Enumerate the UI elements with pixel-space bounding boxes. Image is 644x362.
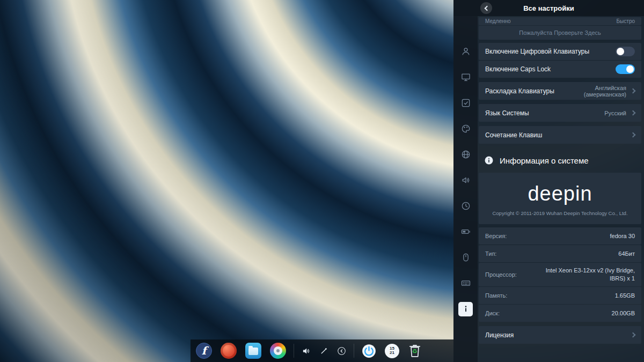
slider-label-slow: Медленно xyxy=(485,18,511,24)
clock-plugin[interactable]: 15 21 xyxy=(385,344,399,358)
keyboard-test-input[interactable]: Пожалуйста Проверьте Здесь xyxy=(479,26,641,40)
version-label: Версия: xyxy=(485,233,610,239)
clock-icon xyxy=(460,201,471,211)
numlock-label: Включение Цифровой Клавиатуры xyxy=(485,48,616,55)
shortcuts-row[interactable]: Сочетание Клавиш xyxy=(479,126,641,144)
disk-row: Диск: 20.00GB xyxy=(479,305,641,322)
panel-body: Медленно Быстро Пожалуйста Проверьте Зде… xyxy=(453,16,644,362)
dock-divider xyxy=(354,344,354,358)
disk-value: 20.00GB xyxy=(612,309,635,317)
toggle-group: Включение Цифровой Клавиатуры Включение … xyxy=(479,43,641,78)
license-label: Лицензия xyxy=(485,331,631,339)
clock-face: 15 21 xyxy=(385,344,399,358)
sidebar-item-accounts[interactable] xyxy=(453,39,478,64)
processor-value: Intel Xeon E3-12xx v2 (Ivy Bridge, IBRS)… xyxy=(536,267,635,283)
keyboard-layout-value: Английская (американская) xyxy=(554,85,626,98)
sidebar-item-datetime[interactable] xyxy=(453,193,478,219)
system-language-label: Язык Системы xyxy=(485,109,604,117)
version-value: fedora 30 xyxy=(610,232,635,240)
chevron-right-icon xyxy=(631,88,636,94)
dock-apps: f xyxy=(196,343,286,359)
red-circle-icon xyxy=(221,343,237,359)
trash-plugin-icon[interactable]: ♻ xyxy=(408,343,422,358)
sidebar-item-mouse[interactable] xyxy=(453,245,478,270)
settings-content: Медленно Быстро Пожалуйста Проверьте Зде… xyxy=(478,16,644,362)
capslock-row: Включение Caps Lock xyxy=(479,61,641,78)
pen-tray-icon[interactable] xyxy=(319,346,328,356)
sidebar-item-power[interactable] xyxy=(453,219,478,245)
volume-tray-icon[interactable] xyxy=(302,346,311,356)
memory-value: 1.65GB xyxy=(615,292,635,300)
file-manager-app-icon[interactable] xyxy=(245,343,261,359)
capslock-toggle[interactable] xyxy=(616,64,635,74)
system-info-fields: Версия: fedora 30 Тип: 64Бит Процессор: … xyxy=(479,227,641,322)
shutdown-plugin-icon[interactable] xyxy=(362,344,376,358)
deepin-logo: deepin xyxy=(528,183,592,204)
info-circle-icon xyxy=(484,156,494,165)
sidebar-item-personalization[interactable] xyxy=(453,116,478,142)
chevron-right-icon xyxy=(631,110,636,116)
deepin-logo-card: deepin Copyright © 2011-2019 Wuhan Deepi… xyxy=(479,173,641,224)
module-icon-rail xyxy=(453,16,478,362)
memory-row: Память: 1.65GB xyxy=(479,287,641,304)
back-button[interactable] xyxy=(480,2,492,14)
check-square-icon xyxy=(460,98,471,108)
clock-minute: 21 xyxy=(390,351,394,355)
numlock-row: Включение Цифровой Клавиатуры xyxy=(479,43,641,60)
system-info-title: Информация о системе xyxy=(500,156,589,165)
trash-icon: ♻ xyxy=(408,343,422,358)
recycle-glyph: ♻ xyxy=(412,349,418,354)
type-row: Тип: 64Бит xyxy=(479,245,641,262)
mouse-icon xyxy=(460,252,471,263)
palette-icon xyxy=(460,123,471,134)
keyboard-icon xyxy=(460,278,471,289)
slider-label-fast: Быстро xyxy=(617,18,635,24)
person-icon xyxy=(460,46,471,57)
speaker-icon xyxy=(460,175,471,186)
tray-collapse-icon[interactable] xyxy=(337,346,346,356)
sidebar-item-display[interactable] xyxy=(453,64,478,90)
battery-icon xyxy=(460,226,471,237)
sidebar-item-default-apps[interactable] xyxy=(453,90,478,116)
active-highlight xyxy=(458,302,473,316)
capslock-label: Включение Caps Lock xyxy=(485,65,616,73)
shortcuts-label: Сочетание Клавиш xyxy=(485,131,631,139)
chevron-right-icon xyxy=(631,132,636,138)
dock-divider xyxy=(294,344,294,358)
sidebar-item-system-info[interactable] xyxy=(453,296,478,322)
processor-label: Процессор: xyxy=(485,271,536,278)
system-info-section-header: Информация о системе xyxy=(479,144,641,173)
info-icon xyxy=(460,304,471,314)
version-row: Версия: fedora 30 xyxy=(479,227,641,245)
settings-panel: Все настройки xyxy=(453,0,644,362)
sidebar-item-keyboard[interactable] xyxy=(453,270,478,296)
keyboard-layout-row[interactable]: Раскладка Клавиатуры Английская (америка… xyxy=(479,82,641,100)
control-center-app-icon[interactable] xyxy=(270,343,286,359)
monitor-icon xyxy=(460,72,471,83)
disk-label: Диск: xyxy=(485,310,612,316)
repeat-rate-slider-row[interactable]: Медленно Быстро xyxy=(479,17,641,25)
copyright-text: Copyright © 2011-2019 Wuhan Deepin Techn… xyxy=(492,210,627,216)
test-input-placeholder: Пожалуйста Проверьте Здесь xyxy=(519,29,601,36)
fedora-app-icon[interactable]: f xyxy=(196,343,212,359)
license-row[interactable]: Лицензия xyxy=(479,326,641,344)
sidebar-item-sound[interactable] xyxy=(453,167,478,193)
memory-label: Память: xyxy=(485,292,615,299)
chevron-left-icon xyxy=(484,5,489,11)
dock: f 15 21 xyxy=(191,339,453,362)
processor-row: Процессор: Intel Xeon E3-12xx v2 (Ivy Br… xyxy=(479,263,641,286)
chevron-right-icon xyxy=(631,333,636,338)
type-label: Тип: xyxy=(485,250,618,257)
folder-icon xyxy=(245,343,261,359)
globe-icon xyxy=(460,149,471,160)
system-language-row[interactable]: Язык Системы Русский xyxy=(479,104,641,122)
system-language-value: Русский xyxy=(604,110,626,116)
gear-icon xyxy=(270,343,286,359)
screen-recorder-app-icon[interactable] xyxy=(221,343,237,359)
sidebar-item-network[interactable] xyxy=(453,142,478,167)
fedora-logo: f xyxy=(196,343,212,359)
panel-title: Все настройки xyxy=(523,4,574,12)
panel-header: Все настройки xyxy=(453,0,644,16)
keyboard-layout-label: Раскладка Клавиатуры xyxy=(485,87,554,95)
numlock-toggle[interactable] xyxy=(616,47,635,56)
